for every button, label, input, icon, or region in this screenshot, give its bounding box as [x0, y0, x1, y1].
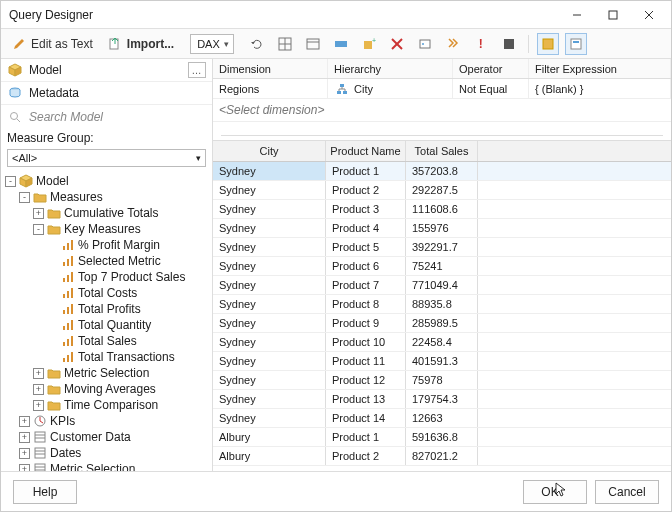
toolbar-design-button[interactable]: [537, 33, 559, 55]
filter-hierarchy[interactable]: City: [328, 79, 453, 98]
tree-node[interactable]: Total Transactions: [1, 349, 212, 365]
expander-icon[interactable]: -: [33, 224, 44, 235]
toolbar-add-member-button[interactable]: +: [358, 33, 380, 55]
toolbar-flatten-button[interactable]: [330, 33, 352, 55]
filter-dimension[interactable]: Regions: [213, 79, 328, 98]
table-row[interactable]: SydneyProduct 1022458.4: [213, 333, 671, 352]
svg-rect-49: [67, 339, 69, 346]
splitter[interactable]: [221, 128, 663, 136]
toolbar-delete-button[interactable]: [386, 33, 408, 55]
table-row[interactable]: SydneyProduct 5392291.7: [213, 238, 671, 257]
table-row[interactable]: SydneyProduct 3111608.6: [213, 200, 671, 219]
tree-node[interactable]: Total Costs: [1, 285, 212, 301]
help-button[interactable]: Help: [13, 480, 77, 504]
table-row[interactable]: SydneyProduct 4155976: [213, 219, 671, 238]
tree-node[interactable]: Top 7 Product Sales: [1, 269, 212, 285]
expander-icon[interactable]: +: [33, 400, 44, 411]
cancel-button[interactable]: Cancel: [595, 480, 659, 504]
measure-group-select[interactable]: <All> ▾: [7, 149, 206, 167]
tree-node[interactable]: +Moving Averages: [1, 381, 212, 397]
toolbar-warning-button[interactable]: !: [470, 33, 492, 55]
table-row[interactable]: SydneyProduct 1412663: [213, 409, 671, 428]
model-row[interactable]: Model …: [1, 59, 212, 82]
expander-icon[interactable]: [47, 288, 58, 299]
expander-icon[interactable]: [47, 272, 58, 283]
toolbar-refresh-button[interactable]: [246, 33, 268, 55]
tree-node[interactable]: +Time Comparison: [1, 397, 212, 413]
col-total[interactable]: Total Sales: [406, 141, 478, 161]
table-row[interactable]: SydneyProduct 7771049.4: [213, 276, 671, 295]
import-button[interactable]: Import...: [103, 33, 178, 55]
expander-icon[interactable]: +: [33, 384, 44, 395]
table-row[interactable]: SydneyProduct 2292287.5: [213, 181, 671, 200]
metadata-tree[interactable]: -Model-Measures+Cumulative Totals-Key Me…: [1, 171, 212, 471]
tree-node[interactable]: +Metric Selection: [1, 461, 212, 471]
maximize-button[interactable]: [595, 1, 631, 29]
expander-icon[interactable]: +: [33, 368, 44, 379]
data-table[interactable]: SydneyProduct 1357203.8SydneyProduct 229…: [213, 162, 671, 471]
toolbar-params-button[interactable]: [414, 33, 436, 55]
table-row[interactable]: SydneyProduct 13179754.3: [213, 390, 671, 409]
select-dimension-placeholder[interactable]: <Select dimension>: [213, 99, 671, 122]
toolbar-table-button[interactable]: [302, 33, 324, 55]
close-button[interactable]: [631, 1, 667, 29]
table-row[interactable]: AlburyProduct 2827021.2: [213, 447, 671, 466]
table-row[interactable]: SydneyProduct 11401591.3: [213, 352, 671, 371]
expander-icon[interactable]: +: [19, 448, 30, 459]
tree-node[interactable]: +Cumulative Totals: [1, 205, 212, 221]
metadata-row[interactable]: Metadata: [1, 82, 212, 105]
col-city[interactable]: City: [213, 141, 326, 161]
model-browse-button[interactable]: …: [188, 62, 206, 78]
tree-node[interactable]: Total Sales: [1, 333, 212, 349]
tree-node[interactable]: +Metric Selection: [1, 365, 212, 381]
toolbar-stop-button[interactable]: [498, 33, 520, 55]
tree-node[interactable]: +KPIs: [1, 413, 212, 429]
ok-button[interactable]: OK: [523, 480, 587, 504]
minimize-button[interactable]: [559, 1, 595, 29]
expander-icon[interactable]: [47, 240, 58, 251]
cell-product: Product 14: [326, 409, 406, 427]
expander-icon[interactable]: [47, 320, 58, 331]
expander-icon[interactable]: +: [19, 416, 30, 427]
table-row[interactable]: SydneyProduct 9285989.5: [213, 314, 671, 333]
tree-node[interactable]: -Measures: [1, 189, 212, 205]
expander-icon[interactable]: +: [33, 208, 44, 219]
cell-total: 392291.7: [406, 238, 478, 256]
cell-city: Sydney: [213, 219, 326, 237]
search-model[interactable]: Search Model: [1, 105, 212, 129]
expander-icon[interactable]: [47, 352, 58, 363]
table-row[interactable]: SydneyProduct 888935.8: [213, 295, 671, 314]
cell-city: Albury: [213, 447, 326, 465]
tree-node[interactable]: +Dates: [1, 445, 212, 461]
expander-icon[interactable]: [47, 256, 58, 267]
table-row[interactable]: SydneyProduct 675241: [213, 257, 671, 276]
toolbar-prepare-button[interactable]: [442, 33, 464, 55]
edit-as-text-button[interactable]: Edit as Text: [7, 33, 97, 55]
language-select[interactable]: DAX ▾: [190, 34, 234, 54]
tree-node[interactable]: Total Profits: [1, 301, 212, 317]
toolbar-grid-button[interactable]: [274, 33, 296, 55]
cell-product: Product 3: [326, 200, 406, 218]
expander-icon[interactable]: [47, 336, 58, 347]
expander-icon[interactable]: -: [5, 176, 16, 187]
tree-node[interactable]: -Key Measures: [1, 221, 212, 237]
table-row[interactable]: SydneyProduct 1357203.8: [213, 162, 671, 181]
filter-row[interactable]: Regions City Not Equal { (Blank) }: [213, 79, 671, 99]
expander-icon[interactable]: +: [19, 464, 30, 472]
filter-operator[interactable]: Not Equal: [453, 79, 529, 98]
tree-node[interactable]: -Model: [1, 173, 212, 189]
tree-node-label: Measures: [50, 190, 103, 204]
filter-expression[interactable]: { (Blank) }: [529, 79, 671, 98]
tree-node[interactable]: Total Quantity: [1, 317, 212, 333]
metadata-icon: [7, 85, 23, 101]
col-product[interactable]: Product Name: [326, 141, 406, 161]
tree-node[interactable]: Selected Metric: [1, 253, 212, 269]
expander-icon[interactable]: -: [19, 192, 30, 203]
table-row[interactable]: SydneyProduct 1275978: [213, 371, 671, 390]
expander-icon[interactable]: +: [19, 432, 30, 443]
table-row[interactable]: AlburyProduct 1591636.8: [213, 428, 671, 447]
tree-node[interactable]: +Customer Data: [1, 429, 212, 445]
tree-node[interactable]: % Profit Margin: [1, 237, 212, 253]
toolbar-query-button[interactable]: [565, 33, 587, 55]
expander-icon[interactable]: [47, 304, 58, 315]
